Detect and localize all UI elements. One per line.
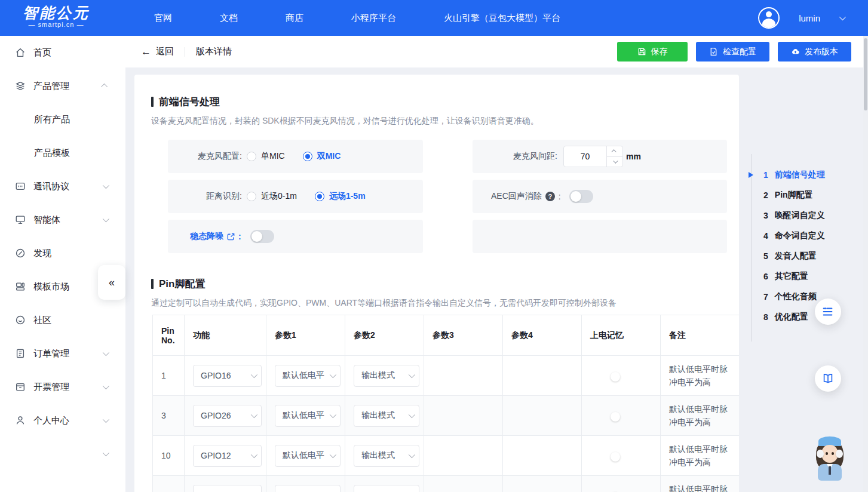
pin-number: 1 xyxy=(153,356,185,396)
radio-single-mic[interactable]: 单MIC xyxy=(247,151,285,162)
check-config-button[interactable]: 检查配置 xyxy=(696,42,769,61)
chevron-down-icon xyxy=(251,411,257,418)
monitor-icon xyxy=(15,214,26,225)
table-row: 3 GPIO26 默认低电平 输出模式 默认低电平时脉冲电平为高 xyxy=(153,396,740,436)
collapse-icon: « xyxy=(109,276,115,289)
help-question-icon[interactable]: ? xyxy=(545,192,555,201)
headphone-icon xyxy=(836,450,843,458)
brand-logo[interactable]: 智能公元 — smartpi.cn — xyxy=(23,5,90,28)
sidebar-item-orders[interactable]: 订单管理 xyxy=(0,337,125,370)
radio-far-field[interactable]: 远场1-5m xyxy=(315,191,366,202)
param4-cell xyxy=(503,436,582,476)
app-root: 智能公元 — smartpi.cn — 官网 文档 商店 小程序平台 火山引擎（… xyxy=(0,0,868,492)
param2-select[interactable]: 输出模式 xyxy=(354,405,419,427)
anchor-item-wakeword[interactable]: 3唤醒词自定义 xyxy=(763,205,825,226)
sidebar-item-home[interactable]: 首页 xyxy=(0,36,125,69)
sidebar-item-all-products[interactable]: 所有产品 xyxy=(0,103,125,136)
nav-link-official[interactable]: 官网 xyxy=(154,13,172,24)
smiley-icon xyxy=(15,315,26,325)
aec-toggle[interactable] xyxy=(569,190,593,203)
param2-select[interactable]: 输出模式 xyxy=(354,445,419,467)
publish-icon xyxy=(791,47,800,56)
page-header: ← 返回 版本详情 保存 检查配置 发布版本 xyxy=(125,36,863,67)
header-divider xyxy=(185,47,185,57)
brand-title: 智能公元 xyxy=(23,5,90,20)
mic-config-label: 麦克风配置: xyxy=(168,151,242,162)
param2-select[interactable] xyxy=(354,485,419,492)
mic-spacing-input[interactable]: 70 xyxy=(563,146,623,167)
denoise-toggle[interactable] xyxy=(250,230,274,243)
sidebar-item-label: 发现 xyxy=(33,248,51,259)
nav-link-docs[interactable]: 文档 xyxy=(220,13,238,24)
anchor-item-other[interactable]: 6其它配置 xyxy=(763,266,825,287)
radio-near-field[interactable]: 近场0-1m xyxy=(247,191,297,202)
version-detail-card: 前端信号处理 设备麦克风配置情况，封装的 SDK根据不同麦克风情况，对信号进行优… xyxy=(134,75,739,492)
anchor-item-command[interactable]: 4命令词自定义 xyxy=(763,226,825,246)
sidebar-item-product-templates[interactable]: 产品模板 xyxy=(0,136,125,170)
param2-select[interactable]: 输出模式 xyxy=(354,365,419,387)
function-select[interactable]: GPIO16 xyxy=(193,365,262,387)
radio-icon xyxy=(247,152,256,161)
param1-select[interactable] xyxy=(275,485,341,492)
function-select[interactable]: GPIO26 xyxy=(193,405,262,427)
pin-config-table: Pin No. 功能 参数1 参数2 参数3 参数4 上电记忆 备注 1 GPI… xyxy=(152,315,739,492)
stepper-up-button[interactable] xyxy=(607,146,622,157)
col-function: 功能 xyxy=(185,315,266,356)
sidebar-item-label: 产品管理 xyxy=(33,81,69,92)
sidebar-item-product-mgmt[interactable]: 产品管理 xyxy=(0,69,125,103)
docs-book-button[interactable] xyxy=(815,365,841,392)
sidebar-item-personal-center[interactable]: 个人中心 xyxy=(0,404,125,437)
sidebar-item-community[interactable]: 社区 xyxy=(0,303,125,337)
sidebar-item-extra[interactable] xyxy=(0,437,125,471)
radio-dual-mic[interactable]: 双MIC xyxy=(303,151,341,162)
signal-config-grid: 麦克风配置: 单MIC 双MIC 麦克风间距: xyxy=(168,140,739,253)
nav-link-miniprogram[interactable]: 小程序平台 xyxy=(351,13,396,24)
anchor-item-speaker[interactable]: 5发音人配置 xyxy=(763,246,825,266)
function-select[interactable] xyxy=(193,485,262,492)
outline-list-icon xyxy=(821,305,835,318)
invoice-box-icon xyxy=(15,382,26,392)
anchor-item-pin[interactable]: 2Pin脚配置 xyxy=(763,185,825,205)
aec-label: AEC回声消除 xyxy=(491,191,542,202)
nav-link-volcengine[interactable]: 火山引擎（豆包大模型）平台 xyxy=(444,13,560,24)
sidebar-collapse-button[interactable]: « xyxy=(98,265,125,300)
chevron-down-icon xyxy=(613,158,618,163)
chevron-down-icon xyxy=(103,349,109,356)
stepper-down-button[interactable] xyxy=(607,157,622,167)
remark-text: 默认低电平时脉冲电平为高 xyxy=(669,480,739,492)
publish-version-button[interactable]: 发布版本 xyxy=(778,42,851,61)
sidebar-item-protocol[interactable]: 通讯协议 xyxy=(0,170,125,203)
col-param1: 参数1 xyxy=(266,315,345,356)
param1-select[interactable]: 默认低电平 xyxy=(275,365,341,387)
anchor-item-signal[interactable]: 1前端信号处理 xyxy=(763,165,825,185)
param4-cell xyxy=(503,356,582,396)
mic-spacing-value[interactable]: 70 xyxy=(564,146,606,167)
anchor-item-custom-audio[interactable]: 7个性化音频 xyxy=(763,287,825,307)
nav-link-shop[interactable]: 商店 xyxy=(286,13,303,24)
page-scrollbar[interactable] xyxy=(863,36,868,492)
page-title: 版本详情 xyxy=(196,46,232,57)
function-select[interactable]: GPIO12 xyxy=(193,445,262,467)
param1-select[interactable]: 默认低电平 xyxy=(275,405,341,427)
outline-list-button[interactable] xyxy=(815,299,841,325)
table-row: 1 GPIO16 默认低电平 输出模式 默认低电平时脉冲电平为高 xyxy=(153,356,740,396)
param1-select[interactable]: 默认低电平 xyxy=(275,445,341,467)
chevron-down-icon xyxy=(251,371,257,378)
denoise-link[interactable]: 稳态降噪 xyxy=(190,231,223,242)
external-link-icon[interactable] xyxy=(226,232,235,241)
section-title: Pin脚配置 xyxy=(159,277,205,291)
mic-spacing-label: 麦克风间距: xyxy=(473,151,557,162)
param3-cell xyxy=(424,436,503,476)
scrollbar-thumb[interactable] xyxy=(864,38,867,110)
sidebar-item-label: 智能体 xyxy=(33,214,60,226)
support-avatar[interactable] xyxy=(811,436,848,482)
sidebar-item-invoices[interactable]: 开票管理 xyxy=(0,370,125,404)
user-menu[interactable]: lumin xyxy=(758,0,844,36)
pin-config-section: Pin脚配置 通过定制可以自动生成代码，实现GPIO、PWM、UART等端口根据… xyxy=(134,277,739,492)
back-button[interactable]: ← 返回 xyxy=(141,46,174,57)
param3-cell xyxy=(424,476,503,492)
anchor-nav: 1前端信号处理 2Pin脚配置 3唤醒词自定义 4命令词自定义 5发音人配置 6… xyxy=(751,154,825,342)
save-button[interactable]: 保存 xyxy=(617,42,688,61)
sidebar-item-agent[interactable]: 智能体 xyxy=(0,203,125,236)
chevron-down-icon xyxy=(409,371,415,378)
